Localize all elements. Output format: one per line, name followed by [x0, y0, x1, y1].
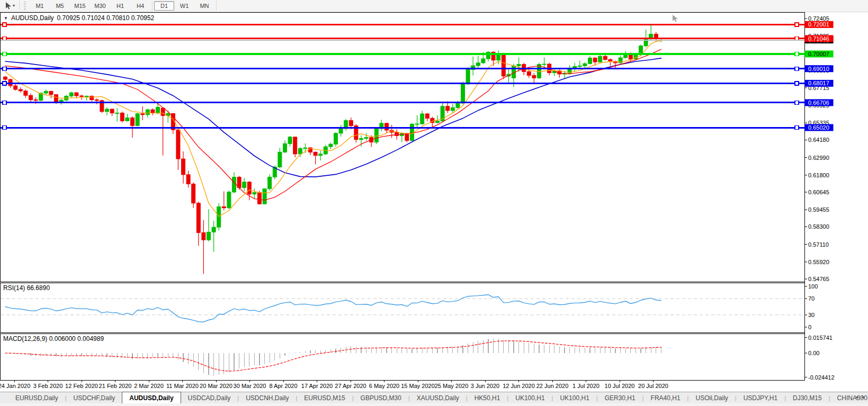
macd-label: MACD(12,26,9) 0.006000 0.004989	[3, 335, 104, 342]
svg-text:3 Jun 2020: 3 Jun 2020	[471, 383, 499, 389]
svg-text:0.62990: 0.62990	[808, 155, 829, 161]
svg-text:100: 100	[808, 283, 818, 290]
svg-text:-0.024412: -0.024412	[808, 374, 835, 381]
line-handle	[3, 82, 6, 85]
date-axis: 24 Jan 20203 Feb 202012 Feb 202021 Feb 2…	[0, 381, 668, 390]
svg-text:20 Jul 2020: 20 Jul 2020	[638, 383, 668, 389]
svg-text:0.59455: 0.59455	[808, 206, 829, 213]
svg-text:0.57110: 0.57110	[808, 241, 829, 248]
svg-text:0: 0	[808, 324, 811, 330]
svg-text:8 Apr 2020: 8 Apr 2020	[269, 383, 297, 389]
svg-text:2 Mar 2020: 2 Mar 2020	[134, 383, 164, 389]
tab-usdcad-daily[interactable]: USDCAD,Daily	[181, 392, 238, 403]
svg-text:12 Jun 2020: 12 Jun 2020	[503, 383, 535, 389]
timeframe-button-h1[interactable]: H1	[110, 1, 130, 11]
tab-uk100-h1[interactable]: UK100,H1	[508, 392, 551, 403]
tab-audusd-daily[interactable]: AUDUSD,Daily	[122, 392, 181, 403]
tab-uk100-h1[interactable]: UK100,H1	[553, 392, 596, 403]
price-label-0.70007: 0.70007	[805, 50, 834, 57]
tab-usoil-daily[interactable]: USOil,Daily	[688, 392, 735, 403]
svg-text:0.72405: 0.72405	[808, 15, 829, 22]
tab-dj30-m15[interactable]: DJ30,M15	[786, 392, 829, 403]
timeframe-button-d1[interactable]: D1	[154, 1, 174, 11]
toolbar-separator	[152, 1, 153, 11]
price-label-0.71046: 0.71046	[805, 35, 834, 42]
svg-text:15 May 2020: 15 May 2020	[401, 383, 435, 389]
timeframe-button-m30[interactable]: M30	[90, 1, 110, 11]
price-label-0.66706: 0.66706	[805, 99, 834, 106]
chart-symbol: AUDUSD,Daily	[11, 14, 54, 22]
tab-gbpusd-m30[interactable]: GBPUSD,M30	[354, 392, 408, 403]
svg-text:6 May 2020: 6 May 2020	[369, 383, 399, 389]
timeframe-button-mn[interactable]: MN	[194, 1, 214, 11]
svg-text:0.54765: 0.54765	[808, 276, 829, 282]
price-label-0.69010: 0.69010	[805, 65, 834, 72]
svg-text:0.55920: 0.55920	[808, 259, 829, 265]
trading-terminal: ▾ M1M5M15M30H1H4D1W1MN 0.724050.712350.7…	[0, 0, 868, 406]
svg-text:0.60645: 0.60645	[808, 189, 829, 195]
line-handle	[3, 101, 6, 104]
tab-scroll-right-button[interactable]: ▸	[862, 394, 865, 400]
svg-text:0.72001: 0.72001	[808, 21, 829, 28]
chart-canvas[interactable]: 0.724050.712350.700650.688950.677150.665…	[0, 12, 868, 392]
tab-usdcnh-daily[interactable]: USDCNH,Daily	[239, 392, 296, 403]
line-handle	[3, 23, 6, 26]
svg-text:0.00: 0.00	[808, 350, 819, 356]
chart-title: ▼ AUDUSD,Daily 0.70925 0.71024 0.70810 0…	[4, 14, 154, 22]
symbol-dropdown-icon[interactable]: ▼	[4, 16, 8, 21]
tab-eurusd-daily[interactable]: EURUSD,Daily	[8, 392, 65, 403]
timeframe-button-m5[interactable]: M5	[50, 1, 70, 11]
timeframe-button-w1[interactable]: W1	[174, 1, 194, 11]
tab-fra40-h1[interactable]: FRA40,H1	[644, 392, 687, 403]
svg-text:3 Feb 2020: 3 Feb 2020	[33, 383, 63, 389]
svg-text:0.68017: 0.68017	[808, 80, 829, 86]
svg-text:12 Feb 2020: 12 Feb 2020	[65, 383, 98, 389]
timeframe-button-m15[interactable]: M15	[70, 1, 90, 11]
line-handle	[795, 82, 799, 85]
tab-usdjpy-h1[interactable]: USDJPY,H1	[737, 392, 784, 403]
toolbar: ▾ M1M5M15M30H1H4D1W1MN	[0, 0, 868, 12]
svg-text:22 Jun 2020: 22 Jun 2020	[536, 383, 569, 389]
svg-text:70: 70	[808, 295, 815, 302]
tab-eurusd-m15[interactable]: EURUSD,M15	[297, 392, 352, 403]
svg-text:21 Feb 2020: 21 Feb 2020	[99, 383, 132, 389]
svg-text:20 Mar 2020: 20 Mar 2020	[200, 383, 232, 389]
tab-ger30-h1[interactable]: GER30,H1	[598, 392, 642, 403]
svg-text:0.58300: 0.58300	[808, 223, 829, 230]
svg-text:0.65020: 0.65020	[808, 124, 829, 131]
timeframe-button-h4[interactable]: H4	[130, 1, 150, 11]
svg-text:30 Mar 2020: 30 Mar 2020	[234, 383, 266, 389]
tab-usdchf-daily[interactable]: USDCHF,Daily	[67, 392, 122, 403]
cursor-tool-button[interactable]: ▾	[1, 0, 18, 12]
svg-text:10 Jul 2020: 10 Jul 2020	[605, 383, 635, 389]
svg-text:25 May 2020: 25 May 2020	[435, 383, 469, 389]
svg-text:30: 30	[808, 312, 815, 318]
line-handle	[3, 52, 6, 56]
line-handle	[795, 67, 799, 70]
timeframe-button-m1[interactable]: M1	[30, 1, 50, 11]
svg-text:1 Jul 2020: 1 Jul 2020	[572, 383, 599, 389]
svg-text:0.015741: 0.015741	[808, 335, 833, 341]
line-handle	[795, 126, 799, 130]
toolbar-separator	[216, 1, 217, 11]
svg-text:0.71046: 0.71046	[808, 35, 829, 42]
tab-xauusd-daily[interactable]: XAUUSD,Daily	[410, 392, 466, 403]
line-handle	[795, 101, 799, 104]
price-label-0.72001: 0.72001	[805, 21, 834, 28]
rsi-label: RSI(14) 66.6890	[3, 284, 50, 292]
line-handle	[795, 52, 799, 56]
chevron-down-icon: ▾	[13, 4, 15, 8]
tab-hk50-h1[interactable]: HK50,H1	[468, 392, 507, 403]
line-handle	[795, 23, 799, 26]
tab-scroll-left-button[interactable]: ◂	[855, 394, 858, 400]
line-handle	[3, 126, 6, 130]
line-handle	[3, 67, 6, 70]
svg-text:0.64180: 0.64180	[808, 137, 829, 143]
svg-text:0.66706: 0.66706	[808, 100, 829, 106]
tab-scroll-arrows: ◂ ▸	[855, 394, 865, 400]
svg-text:17 Apr 2020: 17 Apr 2020	[301, 383, 333, 389]
toolbar-separator	[20, 1, 20, 11]
cursor-icon	[4, 2, 12, 10]
svg-text:11 Mar 2020: 11 Mar 2020	[166, 383, 199, 389]
toolbar-grip-icon	[24, 2, 26, 10]
